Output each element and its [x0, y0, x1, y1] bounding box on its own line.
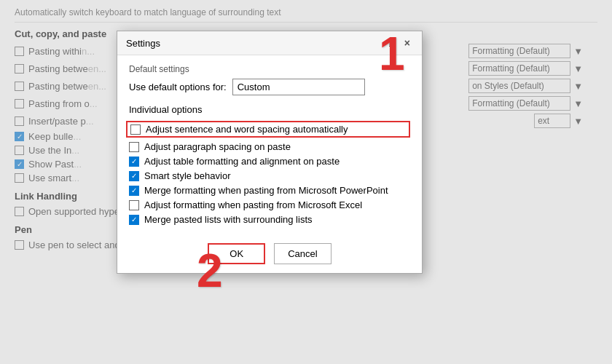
option-checkbox-5[interactable]	[129, 200, 139, 210]
option-checkbox-0[interactable]	[130, 124, 141, 135]
option-row-5: Adjust formatting when pasting from Micr…	[129, 199, 410, 210]
dialog-close-button[interactable]: ×	[401, 37, 413, 49]
option-label-1: Adjust paragraph spacing on paste	[144, 141, 291, 152]
default-settings-label: Default settings	[129, 64, 410, 74]
option-row-2: ✓ Adjust table formatting and alignment …	[129, 156, 410, 167]
dialog-footer: OK Cancel	[117, 237, 422, 273]
option-checkbox-4[interactable]: ✓	[129, 186, 139, 196]
cancel-button[interactable]: Cancel	[274, 243, 331, 264]
individual-options-label: Individual options	[129, 104, 410, 115]
use-default-label: Use default options for:	[129, 82, 227, 92]
option-row-1: Adjust paragraph spacing on paste	[129, 141, 410, 152]
dialog-body: Default settings Use default options for…	[117, 55, 422, 237]
option-label-4: Merge formatting when pasting from Micro…	[144, 185, 388, 196]
default-options-row: Use default options for:	[129, 79, 410, 95]
option-row-0: Adjust sentence and word spacing automat…	[126, 121, 410, 138]
dialog-help-button[interactable]: ?	[384, 37, 396, 49]
option-row-6: ✓ Merge pasted lists with surrounding li…	[129, 214, 410, 225]
option-label-6: Merge pasted lists with surrounding list…	[144, 214, 313, 225]
option-checkbox-2[interactable]: ✓	[129, 157, 139, 167]
use-default-input[interactable]	[232, 79, 365, 95]
option-label-0: Adjust sentence and word spacing automat…	[146, 124, 348, 135]
option-row-4: ✓ Merge formatting when pasting from Mic…	[129, 185, 410, 196]
option-checkbox-6[interactable]: ✓	[129, 215, 139, 225]
settings-dialog: Settings ? × Default settings Use defaul…	[117, 31, 423, 274]
ok-button[interactable]: OK	[208, 243, 265, 264]
option-checkbox-1[interactable]	[129, 142, 139, 152]
option-label-3: Smart style behavior	[144, 170, 231, 181]
option-label-2: Adjust table formatting and alignment on…	[144, 156, 340, 167]
dialog-titlebar: Settings ? ×	[117, 31, 422, 55]
dialog-title: Settings	[126, 38, 160, 49]
option-label-5: Adjust formatting when pasting from Micr…	[144, 199, 362, 210]
dialog-title-actions: ? ×	[384, 37, 413, 49]
option-checkbox-3[interactable]: ✓	[129, 171, 139, 181]
option-row-3: ✓ Smart style behavior	[129, 170, 410, 181]
